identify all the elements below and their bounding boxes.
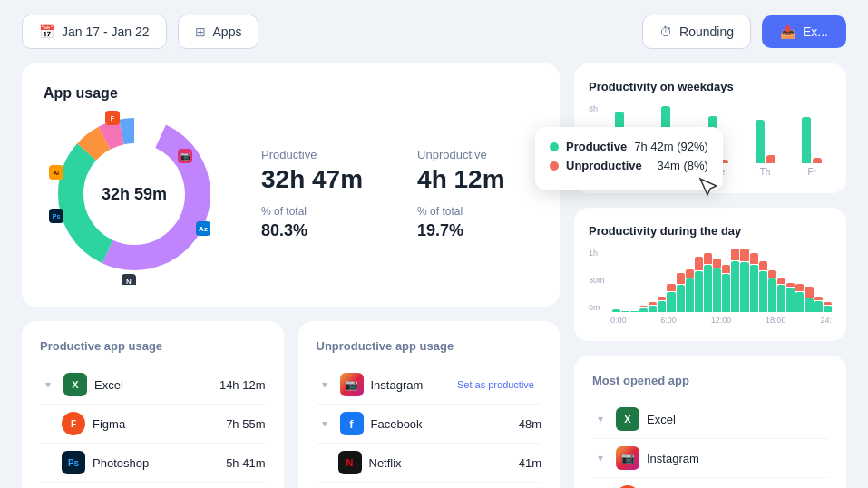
intraday-group [686, 249, 694, 312]
intraday-unproductive-bar [722, 265, 730, 273]
intraday-productive-bar [814, 301, 823, 312]
unproductive-pct: 19.7% [417, 221, 505, 240]
intraday-group [621, 249, 629, 312]
list-item: ▾ 📷 Instagram Set as productive [317, 366, 542, 405]
app-name: Instagram [371, 378, 451, 392]
app-time: 14h 12m [219, 378, 266, 392]
intraday-group [759, 249, 767, 312]
chevron-down-icon[interactable]: ▾ [592, 450, 609, 466]
app-name: Instagram [647, 452, 828, 465]
netflix-icon: N [338, 451, 362, 474]
chevron-down-icon[interactable]: ▾ [317, 415, 333, 432]
list-item: F Figma 7h 55m [40, 405, 266, 444]
chevron-down-icon[interactable]: ▾ [40, 376, 56, 393]
intraday-group [750, 249, 758, 312]
intraday-productive-bar [777, 285, 785, 312]
svg-text:Ps: Ps [53, 213, 61, 220]
productive-apps-card: Productive app usage ▾ X Excel 14h 12m F… [22, 321, 284, 488]
svg-text:N: N [126, 278, 132, 285]
set-as-productive-button[interactable]: Set as productive [457, 379, 534, 390]
app-name: Excel [647, 413, 828, 426]
top-bar: 📅 Jan 17 - Jan 22 ⊞ Apps ⏱ Rounding 📤 Ex… [0, 0, 868, 63]
productive-label: Productive [261, 148, 363, 161]
svg-text:📷: 📷 [180, 151, 191, 161]
app-time: 48m [519, 417, 541, 431]
app-usage-card: App usage N [22, 63, 560, 307]
rounding-button[interactable]: ⏱ Rounding [642, 15, 751, 49]
intraday-group [713, 249, 721, 312]
intraday-productive-bar [824, 306, 832, 313]
chevron-down-icon[interactable]: ▾ [317, 376, 333, 393]
svg-text:Ai: Ai [54, 171, 59, 176]
tooltip-unproductive-value: 34m (8%) [657, 159, 707, 172]
list-item: F Figma [592, 478, 828, 488]
weekday-group: Fr [792, 100, 832, 177]
intraday-productive-bar [704, 265, 712, 313]
intraday-unproductive-bar [740, 249, 748, 261]
list-item: ▾ f Facebook 48m [317, 405, 542, 444]
tooltip-productive-value: 7h 42m (92%) [634, 140, 708, 153]
excel-icon: X [63, 373, 87, 396]
y-label-1h: 1h [589, 249, 605, 258]
unproductive-bar [766, 155, 775, 163]
export-button[interactable]: 📤 Ex... [762, 15, 846, 48]
intraday-group [722, 249, 730, 312]
apps-label: Apps [213, 24, 242, 39]
intraday-unproductive-bar [759, 261, 767, 271]
unproductive-bar [813, 158, 822, 163]
intraday-unproductive-bar [695, 257, 703, 270]
intraday-productive-bar [722, 274, 730, 312]
intraday-group [677, 249, 685, 312]
intraday-group [740, 249, 748, 312]
app-usage-title: App usage [44, 85, 118, 102]
most-opened-card: Most opened app ▾ X Excel ▾ 📷 Instagram … [574, 356, 846, 488]
date-range-button[interactable]: 📅 Jan 17 - Jan 22 [22, 15, 167, 49]
intraday-unproductive-bar [639, 306, 648, 307]
intraday-productive-bar [621, 311, 629, 312]
intraday-unproductive-bar [786, 283, 795, 288]
facebook-icon: f [340, 412, 364, 435]
date-range-label: Jan 17 - Jan 22 [62, 24, 150, 39]
intraday-unproductive-bar [713, 259, 721, 268]
list-item: ▴ Ai Illustrator 4h 59m [40, 483, 266, 488]
intraday-group [639, 249, 648, 312]
intraday-group [777, 249, 785, 312]
unproductive-apps-card: Unproductive app usage ▾ 📷 Instagram Set… [298, 321, 561, 488]
intraday-unproductive-bar [704, 253, 712, 264]
chevron-down-icon[interactable]: ▾ [592, 411, 609, 427]
instagram-icon: 📷 [340, 373, 364, 396]
productive-apps-title: Productive app usage [40, 339, 266, 353]
apps-button[interactable]: ⊞ Apps [178, 15, 259, 49]
left-panel: App usage N [22, 63, 560, 488]
tooltip-productive-label: Productive [566, 140, 627, 153]
weekday-group: Th [746, 100, 785, 177]
y-label-0m: 0m [589, 303, 605, 312]
productive-stat: Productive 32h 47m % of total 80.3% [261, 148, 363, 240]
export-icon: 📤 [780, 24, 795, 39]
intraday-unproductive-bar [805, 287, 813, 298]
intraday-chart-card: Productivity during the day 1h 30m 0m 0:… [574, 208, 846, 341]
x-label-24: 24: [820, 316, 832, 325]
app-name: Facebook [371, 417, 512, 431]
intraday-bars [612, 249, 832, 312]
intraday-productive-bar [677, 285, 685, 312]
intraday-group [658, 249, 666, 312]
weekday-chart-title: Productivity on weekdays [589, 80, 832, 93]
photoshop-icon: Ps [62, 451, 85, 474]
list-item: N Netflix 41m [317, 444, 542, 483]
tooltip-unproductive-row: Unproductive 34m (8%) [550, 159, 708, 172]
intraday-group [630, 249, 639, 312]
app-name: Netflix [369, 456, 512, 470]
productive-value: 32h 47m [261, 165, 363, 194]
svg-text:Az: Az [199, 225, 208, 233]
main-content: App usage N [0, 63, 868, 488]
unproductive-stat: Unproductive 4h 12m % of total 19.7% [417, 148, 505, 240]
intraday-unproductive-bar [731, 249, 739, 260]
intraday-productive-bar [750, 265, 758, 313]
day-label: Fr [807, 167, 815, 177]
intraday-productive-bar [740, 262, 748, 312]
app-time: 7h 55m [226, 417, 265, 431]
intraday-chart-title: Productivity during the day [589, 224, 832, 238]
intraday-unproductive-bar [649, 302, 657, 305]
y-label-30m: 30m [589, 276, 605, 285]
